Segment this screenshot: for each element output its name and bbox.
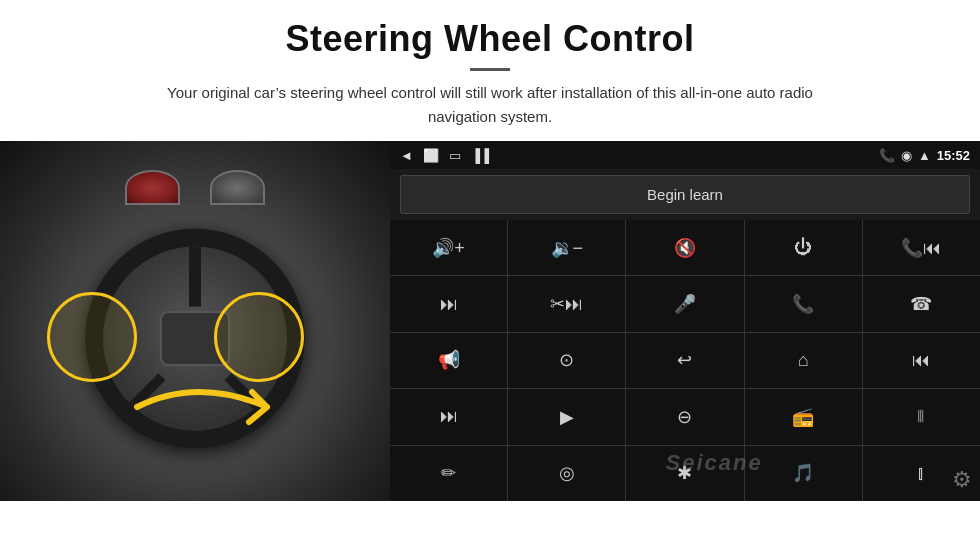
car-image	[0, 141, 390, 501]
settings-icon: ◎	[559, 462, 575, 484]
mute-button[interactable]: 🔇	[626, 220, 743, 275]
pen-button[interactable]: ✏	[390, 446, 507, 501]
android-screen-wrapper: ◄ ⬜ ▭ ▐▐ 📞 ◉ ▲ 15:52 Begin learn	[390, 141, 980, 501]
home-button[interactable]: ⌂	[745, 333, 862, 388]
page-wrapper: Steering Wheel Control Your original car…	[0, 0, 980, 501]
gauge-left	[125, 170, 180, 205]
power-button[interactable]: ⏻	[745, 220, 862, 275]
source-button[interactable]: ⊖	[626, 389, 743, 444]
phone-status-icon: 📞	[879, 148, 895, 163]
next-track-button[interactable]: ⏭	[390, 276, 507, 331]
phone-cut-button[interactable]: ✂⏭	[508, 276, 625, 331]
pen-icon: ✏	[441, 462, 456, 484]
back-button[interactable]: ↩	[626, 333, 743, 388]
power-icon: ⏻	[794, 237, 812, 258]
mic-button[interactable]: 🎤	[626, 276, 743, 331]
speaker-button[interactable]: 📢	[390, 333, 507, 388]
gear-icon[interactable]: ⚙	[952, 467, 972, 493]
vol-down-icon: 🔉−	[551, 237, 584, 259]
mute-icon: 🔇	[674, 237, 696, 259]
call-button[interactable]: 📞	[745, 276, 862, 331]
android-screen: ◄ ⬜ ▭ ▐▐ 📞 ◉ ▲ 15:52 Begin learn	[390, 141, 980, 501]
header-section: Steering Wheel Control Your original car…	[0, 0, 980, 141]
controls-grid: 🔊+ 🔉− 🔇 ⏻ 📞⏮ ⏭	[390, 220, 980, 501]
home-nav-icon[interactable]: ⬜	[423, 148, 439, 163]
prev-track-button[interactable]: ⏮	[863, 333, 980, 388]
back-nav-icon[interactable]: ◄	[400, 148, 413, 163]
content-section: ◄ ⬜ ▭ ▐▐ 📞 ◉ ▲ 15:52 Begin learn	[0, 141, 980, 501]
end-call-button[interactable]: ☎	[863, 276, 980, 331]
status-bar: ◄ ⬜ ▭ ▐▐ 📞 ◉ ▲ 15:52	[390, 141, 980, 169]
eq2-icon: ⫿	[917, 463, 926, 484]
clock-display: 15:52	[937, 148, 970, 163]
vol-up-icon: 🔊+	[432, 237, 465, 259]
fast-forward-icon: ⏭	[440, 406, 458, 427]
wifi-status-icon: ▲	[918, 148, 931, 163]
music-icon: 🎵	[792, 462, 814, 484]
eq-button[interactable]: ⦀	[863, 389, 980, 444]
spoke-top	[189, 247, 201, 307]
subtitle-text: Your original car’s steering wheel contr…	[140, 81, 840, 129]
phone-prev-button[interactable]: 📞⏮	[863, 220, 980, 275]
camera-360-button[interactable]: ⊙	[508, 333, 625, 388]
fast-forward-button[interactable]: ⏭	[390, 389, 507, 444]
bluetooth-button[interactable]: ✱	[626, 446, 743, 501]
prev-track-icon: ⏮	[912, 350, 930, 371]
status-left: ◄ ⬜ ▭ ▐▐	[400, 148, 489, 163]
next-track-icon: ⏭	[440, 294, 458, 315]
settings-button[interactable]: ◎	[508, 446, 625, 501]
navigate-button[interactable]: ▶	[508, 389, 625, 444]
dashboard-gauges	[125, 170, 265, 205]
page-title: Steering Wheel Control	[60, 18, 920, 60]
arrow-indicator	[117, 367, 297, 447]
music-button[interactable]: 🎵	[745, 446, 862, 501]
back-icon: ↩	[677, 349, 692, 371]
bluetooth-icon: ✱	[677, 462, 692, 484]
call-icon: 📞	[792, 293, 814, 315]
camera-360-icon: ⊙	[559, 349, 574, 371]
end-call-icon: ☎	[910, 293, 932, 315]
source-icon: ⊖	[677, 406, 692, 428]
begin-learn-bar: Begin learn	[390, 169, 980, 220]
status-right: 📞 ◉ ▲ 15:52	[879, 148, 970, 163]
recents-nav-icon[interactable]: ▭	[449, 148, 461, 163]
navigate-icon: ▶	[560, 406, 574, 428]
phone-cut-icon: ✂⏭	[550, 293, 583, 315]
home-icon: ⌂	[798, 350, 809, 371]
vol-up-button[interactable]: 🔊+	[390, 220, 507, 275]
radio-icon: 📻	[792, 406, 814, 428]
signal-icon: ▐▐	[471, 148, 489, 163]
location-status-icon: ◉	[901, 148, 912, 163]
mic-icon: 🎤	[674, 293, 696, 315]
gauge-right	[210, 170, 265, 205]
eq-icon: ⦀	[917, 406, 925, 427]
radio-button[interactable]: 📻	[745, 389, 862, 444]
vol-down-button[interactable]: 🔉−	[508, 220, 625, 275]
begin-learn-button[interactable]: Begin learn	[400, 175, 970, 214]
phone-prev-icon: 📞⏮	[901, 237, 941, 259]
title-divider	[470, 68, 510, 71]
speaker-icon: 📢	[438, 349, 460, 371]
